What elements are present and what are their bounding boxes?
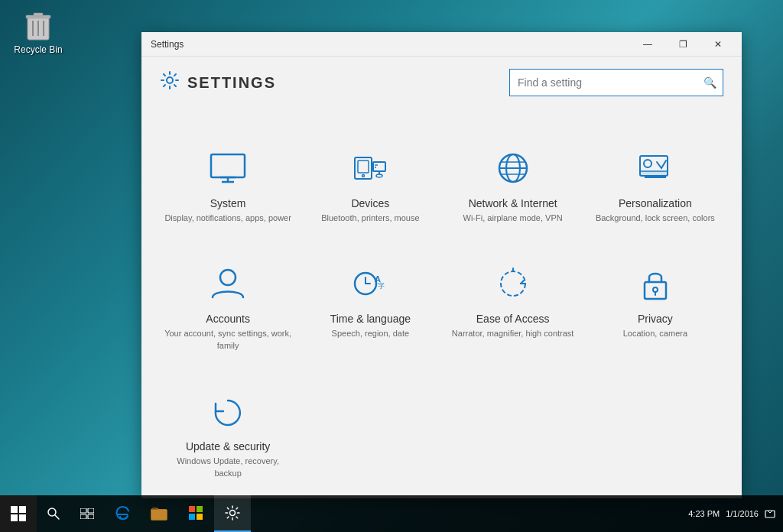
taskbar-date: 1/1/2016 <box>726 509 759 518</box>
title-bar-controls: — ❐ ✕ <box>630 32 736 57</box>
svg-rect-49 <box>189 514 195 520</box>
ease-label: Ease of Access <box>476 313 550 325</box>
windows-logo <box>11 506 26 521</box>
settings-grid: System Display, notifications, apps, pow… <box>141 116 742 498</box>
network-label: Network & Internet <box>469 197 557 209</box>
settings-item-update[interactable]: Update & security Windows Update, recove… <box>157 367 299 495</box>
svg-point-6 <box>167 77 173 83</box>
gear-icon <box>160 70 180 95</box>
svg-rect-50 <box>197 514 203 520</box>
taskbar-explorer[interactable] <box>141 495 177 532</box>
svg-rect-45 <box>88 514 94 519</box>
taskbar-right: 4:23 PM 1/1/2016 <box>688 508 783 519</box>
time-desc: Speech, region, date <box>332 328 410 339</box>
taskbar-edge[interactable] <box>104 495 141 532</box>
svg-point-51 <box>230 511 236 516</box>
accounts-desc: Your account, sync settings, work, famil… <box>164 328 291 352</box>
ease-desc: Narrator, magnifier, high contrast <box>452 328 574 339</box>
taskbar-time: 4:23 PM <box>688 509 720 518</box>
devices-desc: Bluetooth, printers, mouse <box>321 212 419 224</box>
svg-rect-46 <box>151 510 167 520</box>
title-bar: Settings — ❐ ✕ <box>141 32 742 57</box>
svg-rect-48 <box>197 506 203 512</box>
update-desc: Windows Update, recovery, backup <box>164 456 291 479</box>
privacy-desc: Location, camera <box>623 328 687 339</box>
svg-rect-25 <box>640 171 668 176</box>
window-title: Settings <box>151 39 184 50</box>
recycle-bin-label: Recycle Bin <box>14 44 62 55</box>
devices-label: Devices <box>351 197 389 209</box>
settings-window: Settings — ❐ ✕ SETTINGS 🔍 <box>141 32 742 498</box>
settings-item-accounts[interactable]: Accounts Your account, sync settings, wo… <box>157 239 299 367</box>
time-label: Time & language <box>330 313 411 325</box>
svg-point-29 <box>220 270 236 285</box>
settings-title: SETTINGS <box>187 74 276 92</box>
settings-item-system[interactable]: System Display, notifications, apps, pow… <box>157 124 299 239</box>
minimize-button[interactable]: — <box>630 32 665 57</box>
taskbar-search-button[interactable] <box>37 495 70 532</box>
settings-header: SETTINGS 🔍 <box>141 57 742 109</box>
svg-point-28 <box>644 160 651 167</box>
settings-item-devices[interactable]: Devices Bluetooth, printers, mouse <box>299 124 441 239</box>
network-desc: Wi-Fi, airplane mode, VPN <box>463 212 563 224</box>
svg-rect-52 <box>765 511 775 517</box>
svg-rect-37 <box>645 282 666 299</box>
privacy-label: Privacy <box>638 313 673 325</box>
taskbar: 4:23 PM 1/1/2016 <box>0 495 783 532</box>
settings-content: System Display, notifications, apps, pow… <box>141 109 742 498</box>
settings-item-time[interactable]: A 字 Time & language Speech, region, date <box>299 239 441 367</box>
search-icon: 🔍 <box>697 76 723 89</box>
svg-rect-2 <box>34 13 43 16</box>
svg-rect-14 <box>373 162 385 171</box>
svg-rect-44 <box>80 514 86 519</box>
desktop: Recycle Bin Settings — ❐ ✕ SETTINGS <box>0 0 783 532</box>
taskbar-settings[interactable] <box>214 495 251 532</box>
settings-item-personalization[interactable]: Personalization Background, lock screen,… <box>584 124 726 239</box>
update-label: Update & security <box>186 440 271 453</box>
svg-text:字: 字 <box>378 282 385 290</box>
taskbar-apps <box>104 495 251 532</box>
system-desc: Display, notifications, apps, power <box>164 212 291 224</box>
notification-icon[interactable] <box>765 508 775 519</box>
svg-rect-12 <box>358 161 369 173</box>
search-input[interactable] <box>510 76 697 89</box>
svg-line-41 <box>55 515 59 519</box>
svg-point-13 <box>362 175 365 177</box>
svg-rect-43 <box>88 508 94 513</box>
task-view-button[interactable] <box>70 495 104 532</box>
svg-rect-47 <box>189 506 195 512</box>
accounts-label: Accounts <box>206 313 250 325</box>
close-button[interactable]: ✕ <box>700 32 736 57</box>
maximize-button[interactable]: ❐ <box>665 32 700 57</box>
start-button[interactable] <box>0 495 37 532</box>
settings-item-network[interactable]: Network & Internet Wi-Fi, airplane mode,… <box>442 124 584 239</box>
settings-item-ease[interactable]: Ease of Access Narrator, magnifier, high… <box>442 239 584 367</box>
settings-item-privacy[interactable]: Privacy Location, camera <box>584 239 726 367</box>
personalization-desc: Background, lock screen, colors <box>596 212 715 224</box>
svg-point-18 <box>376 174 382 177</box>
personalization-label: Personalization <box>619 197 692 209</box>
search-box[interactable]: 🔍 <box>509 69 723 96</box>
recycle-bin[interactable]: Recycle Bin <box>11 8 65 55</box>
taskbar-store[interactable] <box>177 495 214 532</box>
svg-rect-42 <box>80 508 86 513</box>
system-label: System <box>210 197 246 209</box>
svg-rect-7 <box>211 154 245 177</box>
